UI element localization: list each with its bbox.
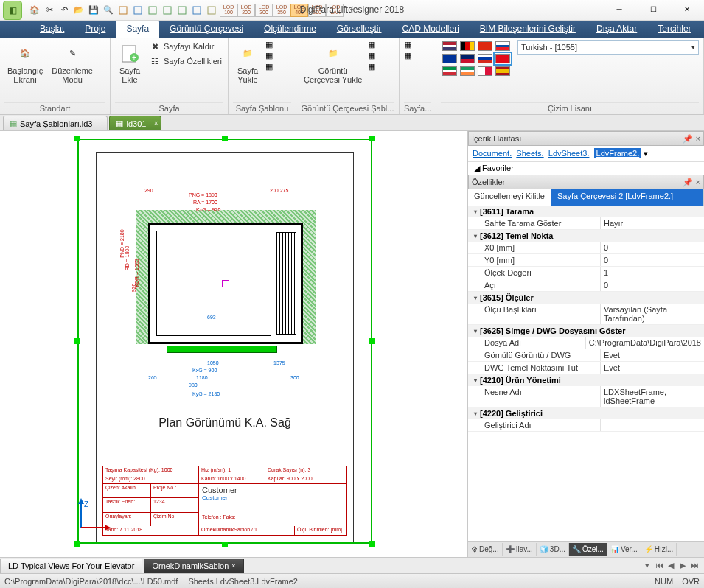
sheet-tab-ornek[interactable]: OrnekDinamikSablon×: [144, 559, 243, 573]
qat-btn-7[interactable]: [205, 4, 218, 17]
qat-btn-6[interactable]: [190, 4, 203, 17]
last-icon[interactable]: ⏭: [689, 561, 700, 570]
maximize-button[interactable]: ☐: [636, 0, 670, 18]
prop-category[interactable]: [3612] Temel Nokta: [468, 230, 704, 242]
lod-lod300[interactable]: LOD300: [255, 4, 273, 17]
vf-small-2[interactable]: ▦: [368, 51, 375, 60]
right-tab-0[interactable]: ⚙Değ...: [468, 543, 503, 556]
start-screen-button[interactable]: 🏠 Başlangıç Ekranı: [4, 40, 46, 85]
prop-row[interactable]: X0 [mm]0: [468, 242, 704, 254]
prop-row[interactable]: Y0 [mm]0: [468, 254, 704, 267]
prop-category[interactable]: [4220] Geliştirici: [468, 407, 704, 419]
open-icon[interactable]: 📂: [72, 4, 86, 17]
minimize-button[interactable]: ─: [602, 0, 636, 18]
sheet-tab-typical[interactable]: LD Typical Views For Your Elevator: [0, 559, 142, 573]
favorites-row[interactable]: ◢ Favoriler: [468, 162, 704, 175]
right-tab-4[interactable]: 📊Ver...: [607, 543, 641, 556]
prev-icon[interactable]: ◀: [666, 561, 676, 570]
flag-si[interactable]: [495, 41, 510, 51]
prop-row[interactable]: DWG Temel Noktasını TutEvet: [468, 362, 704, 374]
prop-row[interactable]: Gömülü Görüntü / DWGEvet: [468, 349, 704, 362]
flag-us[interactable]: [442, 41, 457, 51]
ribbon-tab-2[interactable]: Sayfa: [116, 21, 159, 38]
template-small-1[interactable]: ▦: [265, 40, 273, 49]
flag-ie[interactable]: [460, 66, 475, 76]
add-page-button[interactable]: + Sayfa Ekle: [115, 40, 144, 85]
right-tab-1[interactable]: ➕İlav...: [503, 543, 537, 556]
undo-icon[interactable]: ↶: [57, 4, 71, 17]
load-view-frame-button[interactable]: 📁 Görüntü Çerçevesi Yükle: [301, 40, 365, 85]
vf-small-1[interactable]: ▦: [368, 40, 375, 49]
bc-sheet3[interactable]: LdvSheet3.: [548, 149, 590, 158]
prop-row[interactable]: Sahte Tarama GösterHayır: [468, 217, 704, 230]
home-icon[interactable]: 🏠: [28, 4, 41, 17]
selected-object-label[interactable]: Sayfa Çerçevesi 2 [LdvFrame2.]: [551, 189, 704, 206]
prop-row[interactable]: Ölçü BaşlıklarıVarsayılan (Sayfa Tarafın…: [468, 304, 704, 325]
prop-category[interactable]: [4210] Ürün Yönetimi: [468, 374, 704, 386]
dropdown-icon[interactable]: ▾: [642, 561, 652, 570]
close-button[interactable]: ✕: [670, 0, 704, 18]
tab-close-icon[interactable]: ×: [154, 119, 158, 127]
content-map-header[interactable]: İçerik Haritası 📌×: [468, 131, 704, 146]
pane-close-icon[interactable]: ×: [696, 134, 700, 144]
prop-category[interactable]: [3611] Tarama: [468, 206, 704, 217]
qat-btn-1[interactable]: [116, 4, 130, 17]
flag-tr[interactable]: [495, 54, 510, 63]
flag-cn[interactable]: [478, 41, 492, 51]
bc-sheets[interactable]: Sheets.: [516, 149, 543, 158]
tab-close-icon[interactable]: ×: [231, 562, 235, 570]
drawing-canvas[interactable]: PNG = 1890 RA = 1700 KxG = 920 290 200 2…: [0, 131, 468, 557]
ribbon-tab-8[interactable]: Dışa Aktar: [586, 21, 647, 38]
template-small-3[interactable]: ▦: [265, 62, 273, 71]
prop-row[interactable]: Dosya AdıC:\ProgramData\DigiPara\2018: [468, 337, 704, 349]
sf-small-1[interactable]: ▦: [404, 40, 411, 49]
language-select[interactable]: Turkish - [1055] ▾: [517, 40, 699, 55]
flag-es[interactable]: [495, 66, 510, 76]
qat-btn-5[interactable]: [175, 4, 189, 17]
doc-tab-ld301[interactable]: ▦ld301×: [109, 116, 161, 130]
flag-ru[interactable]: [478, 54, 492, 63]
doc-tab-templates[interactable]: ▦Sayfa Şablonları.ld3: [3, 116, 108, 130]
next-icon[interactable]: ▶: [677, 561, 688, 570]
edit-mode-button[interactable]: ✎ Düzenleme Modu: [49, 40, 96, 85]
qat-btn-4[interactable]: [161, 4, 174, 17]
ribbon-tab-0[interactable]: Başlat: [29, 21, 74, 38]
prop-category[interactable]: [3625] Simge / DWG Dosyasını Göster: [468, 325, 704, 337]
cut-icon[interactable]: ✂: [43, 4, 56, 17]
search-icon[interactable]: 🔍: [102, 4, 115, 17]
app-icon[interactable]: ◧: [3, 1, 22, 20]
prop-row[interactable]: Açı0: [468, 279, 704, 292]
first-icon[interactable]: ⏮: [654, 561, 664, 570]
prop-row[interactable]: Geliştirici Adı: [468, 419, 704, 432]
right-tab-2[interactable]: 🧊3D...: [537, 543, 569, 556]
load-page-button[interactable]: 📁 Sayfa Yükle: [233, 40, 262, 85]
pin-icon[interactable]: 📌: [683, 134, 693, 144]
vf-small-3[interactable]: ▦: [368, 62, 375, 71]
flag-gb[interactable]: [460, 54, 475, 63]
properties-header[interactable]: Özellikler 📌×: [468, 175, 704, 189]
prop-row[interactable]: Ölçek Değeri1: [468, 267, 704, 279]
right-tab-3[interactable]: 🔧Özel...: [569, 543, 607, 556]
flag-pl[interactable]: [478, 66, 492, 76]
template-small-2[interactable]: ▦: [265, 51, 273, 60]
lod-lod350[interactable]: LOD350: [273, 4, 290, 17]
page-properties-button[interactable]: ☷Sayfa Özellikleri: [147, 55, 223, 68]
ribbon-tab-3[interactable]: Görüntü Çerçevesi: [159, 21, 254, 38]
lod-lod100[interactable]: LOD100: [220, 4, 237, 17]
pane-close-icon[interactable]: ×: [696, 178, 700, 187]
pin-icon[interactable]: 📌: [683, 178, 693, 187]
sf-small-2[interactable]: ▦: [404, 51, 411, 60]
bc-frame2[interactable]: LdvFrame2.: [594, 148, 642, 158]
save-icon[interactable]: 💾: [87, 4, 100, 17]
ribbon-tab-6[interactable]: CAD Modelleri: [392, 21, 470, 38]
lock-update-button[interactable]: Güncellemeyi Kilitle: [468, 189, 551, 206]
flag-de[interactable]: [460, 41, 475, 51]
qat-btn-3[interactable]: [146, 4, 159, 17]
prop-row[interactable]: Nesne AdıLDXSheetFrame, idSheetFrame: [468, 386, 704, 407]
property-grid[interactable]: [3611] TaramaSahte Tarama GösterHayır[36…: [468, 206, 704, 541]
ribbon-tab-5[interactable]: Görselleştir: [327, 21, 392, 38]
ribbon-tab-1[interactable]: Proje: [74, 21, 116, 38]
lod-lod200[interactable]: LOD200: [237, 4, 255, 17]
remove-page-button[interactable]: ✖Sayfayı Kaldır: [147, 40, 223, 53]
ribbon-tab-4[interactable]: Ölçülendirme: [254, 21, 327, 38]
